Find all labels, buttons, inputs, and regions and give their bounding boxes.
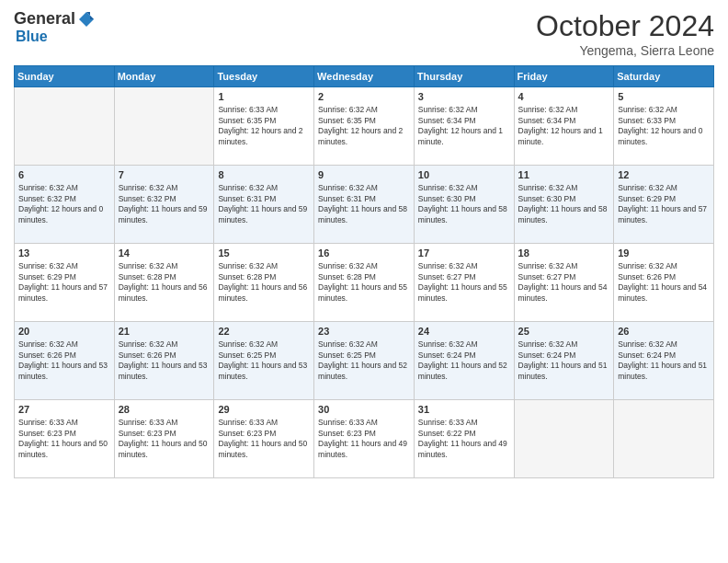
day-number: 24 xyxy=(418,325,510,338)
table-row: 4Sunrise: 6:32 AMSunset: 6:34 PMDaylight… xyxy=(514,87,614,166)
day-number: 2 xyxy=(318,90,410,103)
day-info: Sunrise: 6:32 AMSunset: 6:35 PMDaylight:… xyxy=(318,105,410,147)
day-info: Sunrise: 6:32 AMSunset: 6:29 PMDaylight:… xyxy=(18,261,110,304)
day-number: 23 xyxy=(318,325,410,338)
day-number: 14 xyxy=(119,247,210,259)
table-row: 27Sunrise: 6:33 AMSunset: 6:23 PMDayligh… xyxy=(15,400,115,478)
table-row: 21Sunrise: 6:32 AMSunset: 6:26 PMDayligh… xyxy=(114,322,214,400)
table-row: 22Sunrise: 6:32 AMSunset: 6:25 PMDayligh… xyxy=(214,322,314,400)
calendar-table: Sunday Monday Tuesday Wednesday Thursday… xyxy=(14,65,714,478)
table-row: 6Sunrise: 6:32 AMSunset: 6:32 PMDaylight… xyxy=(15,166,115,244)
day-info: Sunrise: 6:32 AMSunset: 6:34 PMDaylight:… xyxy=(418,105,510,147)
day-number: 28 xyxy=(119,403,210,416)
table-row: 17Sunrise: 6:32 AMSunset: 6:27 PMDayligh… xyxy=(414,244,514,322)
table-row: 31Sunrise: 6:33 AMSunset: 6:22 PMDayligh… xyxy=(414,400,514,478)
day-number: 1 xyxy=(218,90,310,103)
col-wednesday: Wednesday xyxy=(314,66,415,87)
day-info: Sunrise: 6:32 AMSunset: 6:24 PMDaylight:… xyxy=(518,339,610,382)
col-friday: Friday xyxy=(514,66,614,87)
day-number: 15 xyxy=(218,247,310,259)
day-number: 20 xyxy=(18,325,110,338)
table-row: 29Sunrise: 6:33 AMSunset: 6:23 PMDayligh… xyxy=(214,400,314,478)
day-number: 21 xyxy=(119,325,210,338)
day-number: 5 xyxy=(618,90,710,103)
table-row: 25Sunrise: 6:32 AMSunset: 6:24 PMDayligh… xyxy=(514,322,614,400)
table-row: 3Sunrise: 6:32 AMSunset: 6:34 PMDaylight… xyxy=(414,87,514,166)
day-info: Sunrise: 6:32 AMSunset: 6:31 PMDaylight:… xyxy=(318,183,410,225)
logo-blue-text: Blue xyxy=(16,29,48,44)
col-monday: Monday xyxy=(114,66,214,87)
day-number: 4 xyxy=(518,90,610,103)
col-tuesday: Tuesday xyxy=(214,66,314,87)
day-info: Sunrise: 6:32 AMSunset: 6:28 PMDaylight:… xyxy=(119,261,210,304)
day-number: 26 xyxy=(618,325,710,338)
day-info: Sunrise: 6:32 AMSunset: 6:26 PMDaylight:… xyxy=(618,261,710,304)
day-info: Sunrise: 6:33 AMSunset: 6:35 PMDaylight:… xyxy=(218,105,310,147)
day-info: Sunrise: 6:32 AMSunset: 6:32 PMDaylight:… xyxy=(18,183,110,225)
table-row: 20Sunrise: 6:32 AMSunset: 6:26 PMDayligh… xyxy=(15,322,115,400)
day-info: Sunrise: 6:32 AMSunset: 6:25 PMDaylight:… xyxy=(318,339,410,382)
day-number: 3 xyxy=(418,90,510,103)
col-thursday: Thursday xyxy=(414,66,514,87)
calendar-row: 20Sunrise: 6:32 AMSunset: 6:26 PMDayligh… xyxy=(15,322,714,400)
day-info: Sunrise: 6:33 AMSunset: 6:23 PMDaylight:… xyxy=(318,418,410,460)
table-row: 16Sunrise: 6:32 AMSunset: 6:28 PMDayligh… xyxy=(314,244,415,322)
col-sunday: Sunday xyxy=(15,66,115,87)
day-info: Sunrise: 6:32 AMSunset: 6:27 PMDaylight:… xyxy=(518,261,610,304)
calendar-row: 13Sunrise: 6:32 AMSunset: 6:29 PMDayligh… xyxy=(15,244,714,322)
calendar-row: 6Sunrise: 6:32 AMSunset: 6:32 PMDaylight… xyxy=(15,166,714,244)
table-row: 23Sunrise: 6:32 AMSunset: 6:25 PMDayligh… xyxy=(314,322,415,400)
day-number: 27 xyxy=(18,403,110,416)
day-number: 7 xyxy=(119,168,210,181)
day-number: 22 xyxy=(218,325,310,338)
day-number: 10 xyxy=(418,168,510,181)
day-number: 30 xyxy=(318,403,410,416)
day-number: 8 xyxy=(218,168,310,181)
calendar-row: 27Sunrise: 6:33 AMSunset: 6:23 PMDayligh… xyxy=(15,400,714,478)
day-info: Sunrise: 6:32 AMSunset: 6:32 PMDaylight:… xyxy=(119,183,210,225)
day-info: Sunrise: 6:32 AMSunset: 6:26 PMDaylight:… xyxy=(119,339,210,382)
location: Yengema, Sierra Leone xyxy=(536,43,714,58)
day-info: Sunrise: 6:32 AMSunset: 6:31 PMDaylight:… xyxy=(218,183,310,225)
table-row: 30Sunrise: 6:33 AMSunset: 6:23 PMDayligh… xyxy=(314,400,415,478)
table-row: 12Sunrise: 6:32 AMSunset: 6:29 PMDayligh… xyxy=(614,166,714,244)
day-number: 13 xyxy=(18,247,110,259)
day-number: 29 xyxy=(218,403,310,416)
day-info: Sunrise: 6:32 AMSunset: 6:26 PMDaylight:… xyxy=(18,339,110,382)
table-row: 13Sunrise: 6:32 AMSunset: 6:29 PMDayligh… xyxy=(15,244,115,322)
table-row: 19Sunrise: 6:32 AMSunset: 6:26 PMDayligh… xyxy=(614,244,714,322)
day-info: Sunrise: 6:32 AMSunset: 6:25 PMDaylight:… xyxy=(218,339,310,382)
logo-general-text: General xyxy=(14,9,75,29)
header: General Blue October 2024 Yengema, Sierr… xyxy=(14,9,714,58)
day-number: 16 xyxy=(318,247,410,259)
day-number: 31 xyxy=(418,403,510,416)
table-row: 9Sunrise: 6:32 AMSunset: 6:31 PMDaylight… xyxy=(314,166,415,244)
table-row xyxy=(614,400,714,478)
day-number: 12 xyxy=(618,168,710,181)
day-info: Sunrise: 6:32 AMSunset: 6:24 PMDaylight:… xyxy=(418,339,510,382)
day-info: Sunrise: 6:32 AMSunset: 6:30 PMDaylight:… xyxy=(418,183,510,225)
day-info: Sunrise: 6:32 AMSunset: 6:30 PMDaylight:… xyxy=(518,183,610,225)
day-info: Sunrise: 6:33 AMSunset: 6:22 PMDaylight:… xyxy=(418,418,510,460)
day-number: 18 xyxy=(518,247,610,259)
table-row xyxy=(114,87,214,166)
day-number: 19 xyxy=(618,247,710,259)
logo: General Blue xyxy=(14,9,96,45)
table-row: 2Sunrise: 6:32 AMSunset: 6:35 PMDaylight… xyxy=(314,87,415,166)
day-number: 11 xyxy=(518,168,610,181)
table-row xyxy=(514,400,614,478)
day-info: Sunrise: 6:32 AMSunset: 6:27 PMDaylight:… xyxy=(418,261,510,304)
day-info: Sunrise: 6:33 AMSunset: 6:23 PMDaylight:… xyxy=(119,418,210,460)
table-row: 1Sunrise: 6:33 AMSunset: 6:35 PMDaylight… xyxy=(214,87,314,166)
title-block: October 2024 Yengema, Sierra Leone xyxy=(536,9,714,58)
day-number: 6 xyxy=(18,168,110,181)
day-info: Sunrise: 6:32 AMSunset: 6:24 PMDaylight:… xyxy=(618,339,710,382)
table-row: 24Sunrise: 6:32 AMSunset: 6:24 PMDayligh… xyxy=(414,322,514,400)
table-row: 10Sunrise: 6:32 AMSunset: 6:30 PMDayligh… xyxy=(414,166,514,244)
table-row: 18Sunrise: 6:32 AMSunset: 6:27 PMDayligh… xyxy=(514,244,614,322)
table-row: 8Sunrise: 6:32 AMSunset: 6:31 PMDaylight… xyxy=(214,166,314,244)
page: General Blue October 2024 Yengema, Sierr… xyxy=(0,0,728,563)
day-info: Sunrise: 6:32 AMSunset: 6:34 PMDaylight:… xyxy=(518,105,610,147)
col-saturday: Saturday xyxy=(614,66,714,87)
table-row: 15Sunrise: 6:32 AMSunset: 6:28 PMDayligh… xyxy=(214,244,314,322)
